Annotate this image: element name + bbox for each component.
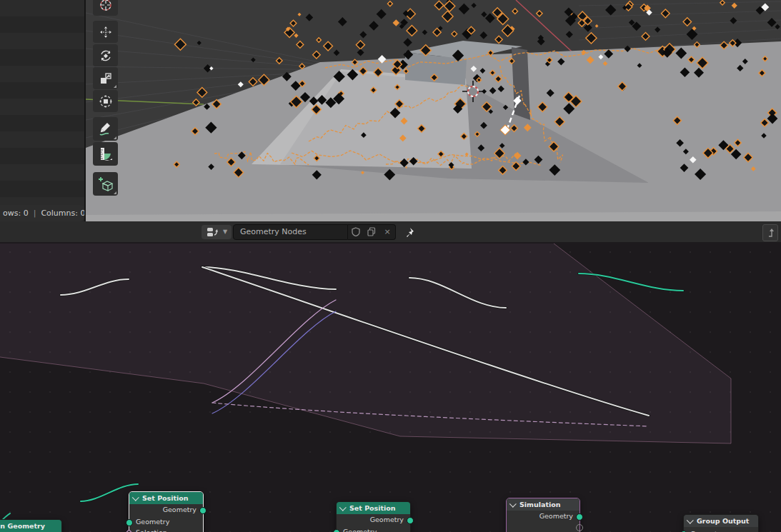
rotate-tool-button[interactable]	[93, 44, 118, 66]
node-links-layer	[0, 242, 781, 532]
node-editor-canvas[interactable]: Join Geometry Geometry Geometry Set Posi…	[0, 242, 781, 532]
node-set-position-2[interactable]: Set Position Geometry Geometry Selection…	[336, 501, 411, 532]
collapse-chevron-icon[interactable]	[509, 501, 517, 508]
move-tool-button[interactable]	[93, 21, 118, 43]
socket-geometry-out[interactable]	[407, 517, 414, 524]
socket-geometry-out[interactable]	[199, 507, 207, 514]
copy-icon	[367, 227, 376, 236]
node-title: Set Position	[142, 494, 189, 502]
simulation-zone-region	[0, 244, 731, 443]
annotate-pencil-icon	[98, 121, 114, 138]
cursor-icon	[99, 0, 113, 12]
scale-icon	[99, 71, 113, 86]
tree-dropdown-chevron[interactable]: ▼	[223, 225, 232, 239]
node-header[interactable]: Set Position	[337, 502, 410, 514]
node-header[interactable]: Set Position	[129, 492, 203, 504]
input-geometry: Geometry	[684, 528, 758, 532]
cursor-tool-button[interactable]	[93, 0, 118, 16]
rotate-icon	[99, 49, 113, 63]
viewport-3d[interactable]	[86, 0, 781, 221]
node-tree-icon	[207, 227, 218, 237]
node-title: Simulation	[519, 501, 561, 508]
measure-tool-button[interactable]	[93, 142, 118, 166]
collapse-chevron-icon[interactable]	[339, 504, 347, 511]
node-tree-type-button[interactable]	[202, 225, 223, 239]
fake-user-shield-button[interactable]	[348, 224, 364, 240]
transform-icon	[99, 94, 113, 109]
node-header[interactable]: Join Geometry	[0, 520, 61, 532]
collapse-chevron-icon[interactable]	[687, 517, 694, 524]
add-cube-icon	[97, 175, 114, 194]
editor-corner-action[interactable]	[762, 224, 778, 241]
socket-geometry-in[interactable]	[333, 529, 340, 532]
pin-button[interactable]	[403, 225, 416, 239]
rows-count: ows: 0	[3, 209, 29, 218]
socket-geometry-out[interactable]	[576, 513, 583, 521]
node-editor-header: ▼ Geometry Nodes ×	[0, 221, 781, 243]
input-selection: Selection	[129, 527, 203, 532]
output-geometry: Geometry	[129, 504, 203, 515]
new-copy-button[interactable]	[364, 224, 379, 240]
up-arrow-icon	[766, 228, 775, 238]
node-title: Join Geometry	[0, 522, 45, 530]
add-cube-tool-button[interactable]	[93, 172, 118, 196]
node-tree-name-field[interactable]: Geometry Nodes	[233, 224, 348, 240]
spreadsheet-status-bar: ows: 0 | Columns: 0	[0, 205, 84, 221]
transform-tool-button[interactable]	[93, 90, 118, 112]
annotate-tool-button[interactable]	[93, 117, 118, 141]
output-geometry: Geometry	[337, 514, 410, 525]
socket-virtual-out[interactable]	[576, 524, 583, 531]
pin-icon	[403, 226, 416, 239]
node-header[interactable]: Simulation	[507, 498, 579, 511]
shield-icon	[352, 227, 360, 236]
scale-tool-button[interactable]	[93, 67, 118, 89]
input-geometry: Geometry	[337, 526, 410, 532]
unlink-button[interactable]: ×	[379, 224, 396, 240]
measure-icon	[98, 146, 114, 163]
collapse-chevron-icon[interactable]	[132, 494, 139, 501]
viewport-scene	[86, 0, 781, 221]
node-title: Set Position	[349, 504, 396, 512]
node-simulation-output[interactable]: Simulation Geometry Skip Geometry	[506, 498, 580, 532]
status-divider: |	[34, 209, 36, 218]
node-join-geometry[interactable]: Join Geometry Geometry Geometry	[0, 519, 62, 532]
node-title: Group Output	[697, 517, 749, 525]
columns-count: Columns: 0	[41, 209, 84, 218]
spreadsheet-editor: ows: 0 | Columns: 0	[0, 0, 84, 221]
output-geometry: Geometry	[507, 511, 579, 521]
node-header[interactable]: Group Output	[684, 515, 758, 527]
socket-geometry-in[interactable]	[126, 519, 133, 526]
input-geometry: Geometry	[129, 516, 203, 527]
node-group-output[interactable]: Group Output Geometry	[683, 514, 759, 532]
move-icon	[99, 25, 113, 39]
node-set-position-1[interactable]: Set Position Geometry Geometry Selection…	[129, 491, 204, 532]
